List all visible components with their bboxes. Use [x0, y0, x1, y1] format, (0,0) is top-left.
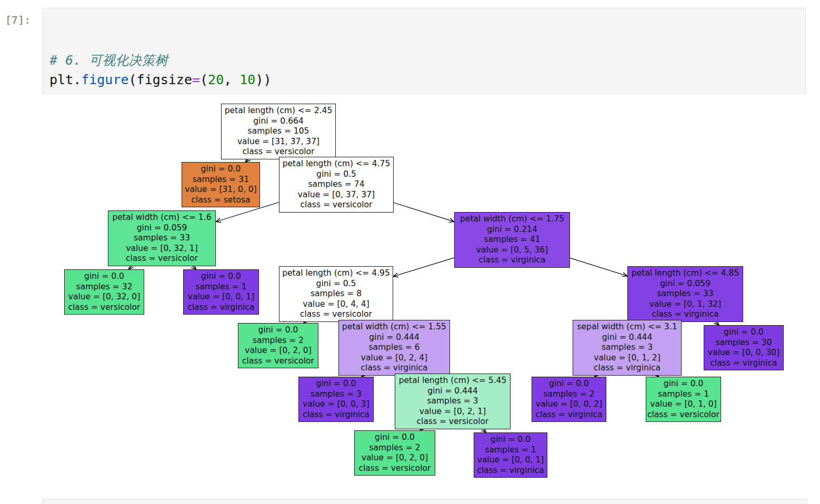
- tree-node-line: class = virginica: [628, 309, 742, 320]
- tree-node-line: petal length (cm) <= 2.45: [222, 106, 335, 116]
- tree-node-line: class = virginica: [705, 358, 783, 369]
- tree-node-line: gini = 0.0: [184, 271, 258, 282]
- tree-node-line: gini = 0.0: [183, 164, 259, 175]
- tree-node-line: samples = 3: [574, 342, 681, 353]
- tree-node-line: petal length (cm) <= 4.85: [628, 268, 742, 279]
- tree-node-14: petal length (cm) <= 5.45gini = 0.444sam…: [395, 374, 511, 429]
- code-line: # 6. 可视化决策树: [49, 51, 805, 70]
- tree-node-line: class = versicolor: [280, 200, 393, 210]
- tree-node-line: petal length (cm) <= 4.95: [280, 268, 392, 279]
- tree-node-line: gini = 0.0: [533, 379, 605, 389]
- tree-node-line: samples = 32: [65, 282, 143, 293]
- code-token: =: [192, 72, 200, 87]
- tree-node-13: gini = 0.0samples = 3value = [0, 0, 3]cl…: [298, 377, 374, 422]
- tree-node-line: samples = 1: [184, 282, 258, 293]
- tree-node-line: samples = 105: [222, 126, 335, 137]
- tree-node-line: class = versicolor: [239, 356, 317, 367]
- tree-node-line: samples = 2: [355, 443, 434, 453]
- tree-node-line: value = [0, 37, 37]: [280, 190, 393, 200]
- tree-node-8: petal length (cm) <= 4.85gini = 0.059sam…: [627, 266, 743, 322]
- tree-node-line: samples = 1: [647, 389, 720, 400]
- tree-node-line: samples = 8: [280, 289, 392, 299]
- tree-node-9: gini = 0.0samples = 2value = [0, 2, 0]cl…: [238, 323, 318, 368]
- code-cell-editor[interactable]: # 6. 可视化决策树plt.figure(figsize=(20, 10))p…: [42, 8, 806, 94]
- code-token: figure: [81, 72, 128, 87]
- tree-node-line: class = virginica: [475, 466, 546, 476]
- tree-node-1: gini = 0.0samples = 31value = [31, 0, 0]…: [182, 162, 260, 207]
- tree-node-line: class = virginica: [184, 303, 258, 313]
- code-token: iris.: [636, 92, 675, 94]
- tree-node-line: petal width (cm) <= 1.75: [455, 214, 569, 225]
- code-token: =: [628, 92, 636, 94]
- tree-node-line: class = versicolor: [396, 417, 509, 427]
- tree-node-line: gini = 0.0: [299, 379, 373, 389]
- tree-node-line: gini = 0.5: [280, 169, 393, 180]
- tree-node-12: gini = 0.0samples = 30value = [0, 0, 30]…: [704, 325, 784, 370]
- tree-node-line: class = virginica: [574, 363, 681, 374]
- tree-node-6: gini = 0.0samples = 1value = [0, 0, 1]cl…: [183, 269, 259, 315]
- tree-node-line: class = versicolor: [109, 254, 215, 264]
- code-token: (: [200, 72, 208, 87]
- tree-node-line: petal length (cm) <= 5.45: [396, 376, 509, 386]
- tree-node-line: value = [0, 2, 0]: [239, 346, 317, 356]
- code-token: , feature_names: [255, 92, 374, 94]
- tree-node-line: samples = 6: [339, 342, 449, 353]
- code-token: plt.: [49, 72, 81, 87]
- code-line: plot_tree(clf, filled=True, feature_name…: [49, 89, 805, 94]
- tree-node-line: value = [0, 0, 3]: [299, 399, 373, 410]
- tree-node-line: samples = 30: [705, 338, 783, 348]
- tree-node-17: gini = 0.0samples = 2value = [0, 2, 0]cl…: [354, 430, 435, 476]
- code-token: iris.: [382, 92, 422, 94]
- tree-edge: [394, 203, 454, 221]
- tree-node-line: value = [0, 1, 0]: [647, 399, 720, 410]
- tree-node-line: petal width (cm) <= 1.55: [339, 322, 449, 332]
- tree-node-10: petal width (cm) <= 1.55gini = 0.444samp…: [338, 320, 450, 376]
- tree-node-line: class = versicolor: [647, 410, 720, 420]
- tree-node-line: value = [0, 32, 0]: [65, 292, 143, 303]
- tree-node-line: class = virginica: [455, 255, 569, 266]
- tree-node-line: value = [0, 32, 1]: [109, 244, 215, 254]
- tree-node-line: gini = 0.444: [574, 332, 681, 343]
- cell-execution-prompt: [7]:: [0, 14, 31, 26]
- tree-node-line: samples = 33: [109, 233, 215, 244]
- code-token: )): [255, 72, 271, 87]
- tree-node-line: gini = 0.0: [355, 432, 434, 443]
- tree-node-2: petal length (cm) <= 4.75gini = 0.5sampl…: [279, 157, 394, 213]
- tree-node-7: petal length (cm) <= 4.95gini = 0.5sampl…: [279, 266, 393, 322]
- tree-node-line: value = [0, 1, 2]: [574, 353, 681, 364]
- code-token: (figsize: [129, 72, 192, 87]
- tree-node-line: value = [31, 0, 0]: [183, 185, 259, 195]
- code-token: =: [374, 92, 382, 94]
- tree-node-line: class = versicolor: [222, 147, 335, 157]
- tree-node-15: gini = 0.0samples = 2value = [0, 0, 2]cl…: [532, 377, 606, 422]
- tree-node-line: samples = 2: [239, 336, 317, 346]
- tree-node-line: gini = 0.0: [65, 271, 143, 282]
- tree-node-line: value = [0, 1, 32]: [628, 299, 742, 310]
- tree-node-line: value = [0, 2, 4]: [339, 353, 449, 364]
- tree-node-line: gini = 0.444: [339, 332, 449, 343]
- tree-node-line: value = [0, 2, 1]: [396, 407, 509, 417]
- tree-node-line: class = virginica: [299, 410, 373, 420]
- code-token: target_names: [675, 92, 771, 94]
- tree-node-line: samples = 41: [455, 235, 569, 245]
- tree-node-line: gini = 0.664: [222, 116, 335, 127]
- tree-node-line: value = [0, 4, 4]: [280, 299, 392, 310]
- tree-node-line: petal length (cm) <= 4.75: [280, 159, 393, 169]
- tree-node-line: gini = 0.444: [396, 386, 509, 397]
- code-token: , class_names: [525, 92, 628, 94]
- code-area: # 6. 可视化决策树plt.figure(figsize=(20, 10))p…: [49, 51, 805, 94]
- next-cell-top[interactable]: [42, 499, 807, 504]
- tree-node-line: class = versicolor: [355, 463, 434, 474]
- tree-node-line: samples = 74: [280, 179, 393, 190]
- tree-node-line: class = versicolor: [280, 309, 392, 320]
- tree-node-line: gini = 0.0: [647, 379, 720, 389]
- tree-node-3: petal width (cm) <= 1.6gini = 0.059sampl…: [108, 210, 216, 266]
- tree-node-16: gini = 0.0samples = 1value = [0, 1, 0]cl…: [646, 377, 721, 422]
- tree-node-line: samples = 31: [183, 175, 259, 185]
- tree-node-line: gini = 0.0: [239, 325, 317, 336]
- code-token: plot_tree(clf, filled: [49, 92, 216, 94]
- code-token: feature_names: [422, 92, 525, 94]
- tree-node-line: samples = 3: [299, 389, 373, 400]
- tree-node-18: gini = 0.0samples = 1value = [0, 0, 1]cl…: [474, 432, 547, 478]
- tree-node-line: class = virginica: [533, 410, 605, 420]
